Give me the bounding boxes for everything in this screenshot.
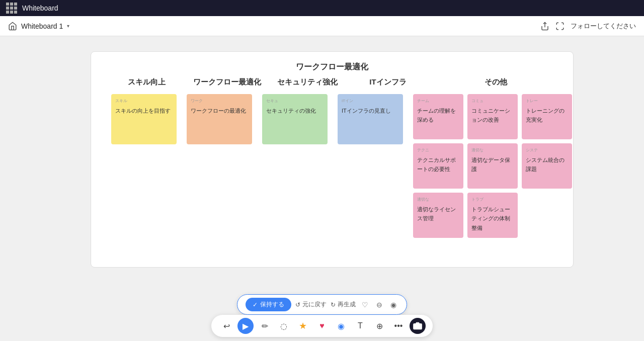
action-toolbar: ✓ 保持する ↺ 元に戻す ↻ 再生成 ♡ ⊖ ◉ [237,294,407,315]
sticky-other7[interactable]: 適切な 適切なライセンス管理 [413,193,463,238]
text-tool-button[interactable]: T [352,318,368,334]
sticky-it[interactable]: ITイン ITインフラの見直し [338,94,403,144]
follow-button[interactable]: フォローしてください [571,22,636,31]
col-header-workflow: ワークフロー最適化 [192,77,262,87]
board-main-title: ワークフロー最適化 [296,62,368,71]
action-pill: ✓ 保持する ↺ 元に戻す ↻ 再生成 ♡ ⊖ ◉ [237,294,407,315]
topbar: Whiteboard [0,0,644,16]
sticky-other6[interactable]: システ システム統合の課題 [522,143,572,189]
svg-point-1 [416,325,419,328]
expand-icon[interactable] [555,22,565,31]
sticky-other3[interactable]: トレー トレーニングの充実化 [522,94,572,139]
sticky-workflow[interactable]: ワーク ワークフローの最適化 [187,94,252,144]
heart-tool-button[interactable]: ♥ [314,318,330,334]
pen-tool-button[interactable]: ✏ [257,318,273,334]
sticky-other4[interactable]: テクニ テクニカルサポートの必要性 [413,143,463,189]
save-button[interactable]: ✓ 保持する [246,298,291,311]
app-title: Whiteboard [22,4,58,12]
camera-tool-button[interactable] [410,318,426,334]
columns-header: スキル向上 ワークフロー最適化 セキュリティ強化 ITインフラ その他 [106,77,558,87]
comment-button[interactable]: ◉ [388,300,398,310]
blob-tool-button[interactable]: ◉ [333,318,349,334]
sticky-other1[interactable]: チーム チームの理解を深める [413,94,463,139]
board-name[interactable]: Whiteboard 1 [21,22,63,30]
col-header-it: ITインフラ [353,77,423,87]
more-tool-button[interactable]: ••• [390,318,407,334]
sticky-tool-button[interactable]: ★ [295,318,311,334]
board-header: ワークフロー最適化 [106,62,558,72]
home-icon[interactable] [8,22,17,31]
sticky-skill[interactable]: スキル スキルの向上を目指す [111,94,177,144]
navbar-right: フォローしてください [540,22,636,31]
share-icon[interactable] [540,22,549,31]
navbar: Whiteboard 1 ▾ フォローしてください [0,16,644,36]
sticky-other8[interactable]: トラブ トラブルシューティングの体制整備 [467,193,518,238]
skill-column: スキル スキルの向上を目指す [111,94,177,144]
highlight-tool-button[interactable]: ◌ [276,318,292,334]
it-column: ITイン ITインフラの見直し [338,94,403,144]
connect-tool-button[interactable]: ⊕ [371,318,387,334]
whiteboard-frame: ワークフロー最適化 スキル向上 ワークフロー最適化 セキュリティ強化 ITインフ… [91,51,574,268]
dislike-button[interactable]: ⊖ [374,300,384,310]
grid-icon[interactable] [6,3,17,14]
pointer-tool-button[interactable]: ▶ [237,318,254,334]
navbar-left: Whiteboard 1 ▾ [8,22,69,31]
col-header-other: その他 [433,77,558,87]
canvas-area: ワークフロー最適化 スキル向上 ワークフロー最適化 セキュリティ強化 ITインフ… [0,36,644,341]
like-button[interactable]: ♡ [360,300,370,310]
cards-row: スキル スキルの向上を目指す ワーク ワークフローの最適化 セキュ セキュリティ… [106,94,558,238]
col-header-skill: スキル向上 [111,77,182,87]
regen-icon: ↻ [331,301,336,308]
chevron-icon[interactable]: ▾ [67,23,69,29]
security-column: セキュ セキュリティの強化 [262,94,328,144]
other-column: チーム チームの理解を深める コミュ コミュニケーションの改善 トレー トレーニ… [413,94,572,238]
undo-icon: ↺ [295,301,300,308]
undo-tool-button[interactable]: ↩ [218,318,234,334]
sticky-other5[interactable]: 適切な 適切なデータ保護 [467,143,518,189]
tools-row: ↩ ▶ ✏ ◌ ★ ♥ ◉ T ⊕ ••• [211,315,433,337]
sticky-other2[interactable]: コミュ コミュニケーションの改善 [467,94,518,139]
col-header-security: セキュリティ強化 [272,77,343,87]
undo-button[interactable]: ↺ 元に戻す [295,300,327,309]
check-icon: ✓ [253,301,258,308]
workflow-column: ワーク ワークフローの最適化 [187,94,252,144]
sticky-security[interactable]: セキュ セキュリティの強化 [262,94,328,144]
regen-button[interactable]: ↻ 再生成 [331,300,356,309]
